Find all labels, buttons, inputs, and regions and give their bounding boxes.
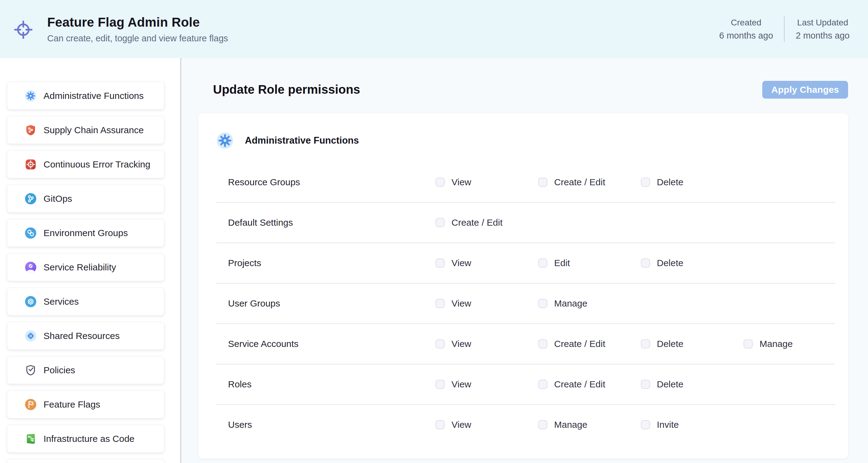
permission-checkbox-view[interactable]: [436, 420, 445, 429]
sidebar-item-label: Feature Flags: [43, 399, 100, 410]
permission-label: Delete: [657, 177, 683, 188]
permission-cell: Manage: [538, 420, 641, 430]
permission-row-default-settings: Default SettingsCreate / Edit: [198, 203, 848, 242]
permission-checkbox-view[interactable]: [436, 177, 445, 187]
sidebar-item-partial[interactable]: [7, 459, 164, 463]
sidebar-item-label: Administrative Functions: [43, 91, 144, 101]
permission-row-user-groups: User GroupsViewManage: [198, 284, 848, 323]
permission-label: Manage: [554, 420, 587, 430]
permission-cell: Edit: [538, 258, 641, 268]
page-heading: Update Role permissions: [213, 83, 360, 96]
last-updated-value: 2 months ago: [796, 31, 849, 41]
diamond-dots-icon: [25, 330, 37, 342]
sidebar-item-environment-groups[interactable]: Environment Groups: [7, 219, 164, 247]
gear-icon: [216, 132, 234, 150]
permission-checkbox-create-edit[interactable]: [436, 218, 445, 227]
sidebar-list: Administrative FunctionsSupply Chain Ass…: [7, 82, 181, 453]
permission-cell: Create / Edit: [436, 218, 538, 228]
resource-name: Default Settings: [228, 218, 436, 228]
target-square-icon: [25, 158, 37, 171]
role-meta: Created 6 months ago Last Updated 2 mont…: [708, 16, 861, 42]
permission-row-users: UsersViewManageInvite: [198, 405, 848, 444]
gear-icon: [25, 90, 37, 102]
permission-checkbox-delete[interactable]: [641, 259, 650, 268]
sidebar-item-label: Infrastructure as Code: [43, 434, 134, 444]
shield-check-icon: [25, 364, 37, 376]
resource-name: Projects: [228, 258, 436, 268]
permission-cell: Manage: [538, 298, 641, 309]
sidebar-item-supply-chain-assurance[interactable]: Supply Chain Assurance: [7, 116, 164, 144]
sidebar-item-gitops[interactable]: GitOps: [7, 185, 164, 212]
permission-checkbox-create-edit[interactable]: [538, 177, 548, 187]
permission-label: Delete: [657, 339, 683, 349]
permission-label: Create / Edit: [554, 339, 605, 349]
permission-label: Delete: [657, 258, 683, 268]
sidebar-item-label: Service Reliability: [43, 262, 116, 272]
created-value: 6 months ago: [719, 31, 773, 41]
permission-label: Manage: [554, 298, 587, 309]
permission-cell: View: [436, 258, 538, 268]
permission-checkbox-invite[interactable]: [641, 420, 650, 429]
permission-checkbox-view[interactable]: [436, 339, 445, 349]
section-header: Administrative Functions: [198, 132, 848, 150]
resource-category-sidebar: Administrative FunctionsSupply Chain Ass…: [0, 58, 181, 463]
permission-cell: Manage: [744, 339, 846, 349]
permission-checkbox-view[interactable]: [436, 380, 445, 389]
permission-label: View: [452, 258, 471, 268]
permission-checkbox-edit[interactable]: [538, 259, 548, 268]
permission-label: Create / Edit: [452, 218, 503, 228]
permission-checkbox-view[interactable]: [436, 259, 445, 268]
sidebar-item-label: Continuous Error Tracking: [43, 159, 151, 170]
user-check-icon: [25, 261, 37, 273]
flag-icon: [25, 398, 37, 410]
permission-checkbox-create-edit[interactable]: [538, 380, 548, 389]
permission-label: Create / Edit: [554, 177, 605, 188]
permission-cell: Delete: [641, 177, 744, 188]
permission-checkbox-delete[interactable]: [641, 177, 650, 187]
permission-checkbox-delete[interactable]: [641, 380, 650, 389]
main-content: Update Role permissions Apply Changes Ad…: [182, 58, 868, 463]
permission-cell: View: [436, 298, 538, 309]
permission-cell: View: [436, 339, 538, 349]
permission-label: View: [452, 298, 471, 309]
sidebar-item-label: Policies: [43, 365, 75, 375]
sidebar-item-services[interactable]: Services: [7, 288, 164, 316]
sidebar-item-administrative-functions[interactable]: Administrative Functions: [7, 82, 164, 110]
permission-checkbox-manage[interactable]: [538, 420, 548, 429]
permission-label: Edit: [554, 258, 570, 268]
permission-rows: Resource GroupsViewCreate / EditDeleteDe…: [198, 162, 848, 444]
sidebar-item-policies[interactable]: Policies: [7, 356, 164, 384]
apply-changes-button[interactable]: Apply Changes: [762, 81, 848, 99]
permission-checkbox-manage[interactable]: [538, 299, 548, 308]
sidebar-item-label: Supply Chain Assurance: [43, 125, 144, 135]
permission-label: View: [452, 420, 471, 430]
resource-name: User Groups: [228, 298, 436, 309]
sidebar-item-infrastructure-as-code[interactable]: Infrastructure as Code: [7, 425, 164, 453]
permission-checkbox-create-edit[interactable]: [538, 339, 548, 349]
permission-label: View: [452, 379, 471, 390]
permission-checkbox-view[interactable]: [436, 299, 445, 308]
sidebar-item-label: Shared Resources: [43, 331, 120, 341]
created-label: Created: [719, 18, 773, 28]
sidebar-item-service-reliability[interactable]: Service Reliability: [7, 253, 164, 281]
permission-cell: View: [436, 420, 538, 430]
page-title: Feature Flag Admin Role: [47, 15, 228, 30]
sidebar-item-shared-resources[interactable]: Shared Resources: [7, 322, 164, 350]
sidebar-item-label: Services: [43, 296, 79, 307]
sidebar-item-continuous-error-tracking[interactable]: Continuous Error Tracking: [7, 151, 164, 178]
permission-cell: Create / Edit: [538, 339, 641, 349]
sidebar-item-label: Environment Groups: [43, 228, 128, 238]
permission-checkbox-delete[interactable]: [641, 339, 650, 349]
role-titles: Feature Flag Admin Role Can create, edit…: [47, 15, 228, 43]
permission-row-resource-groups: Resource GroupsViewCreate / EditDelete: [198, 162, 848, 202]
sidebar-item-label: GitOps: [43, 194, 72, 204]
sidebar-item-feature-flags[interactable]: Feature Flags: [7, 390, 164, 418]
permission-cell: Create / Edit: [538, 379, 641, 390]
shield-network-icon: [25, 124, 37, 136]
permission-cell: Delete: [641, 379, 744, 390]
hexagon-gear-icon: [25, 296, 37, 308]
crosshair-icon: [13, 20, 33, 39]
resource-name: Resource Groups: [228, 177, 436, 188]
permission-cell: View: [436, 177, 538, 188]
permission-checkbox-manage[interactable]: [744, 339, 753, 349]
